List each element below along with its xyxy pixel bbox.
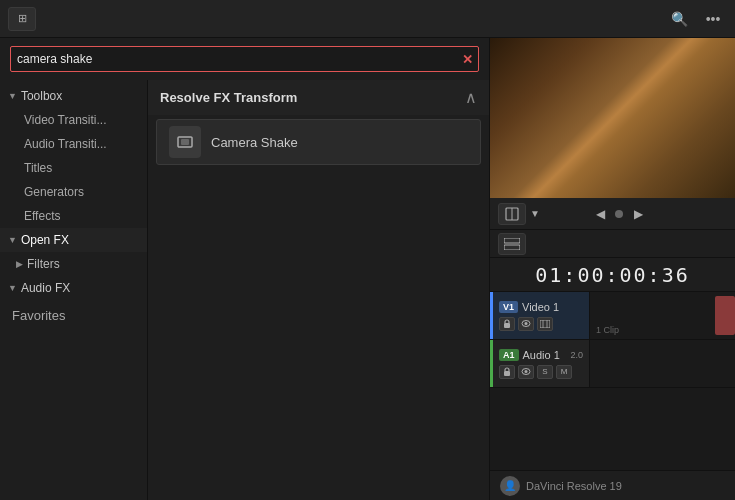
svg-rect-4 <box>504 238 520 243</box>
audio-track-content <box>590 340 735 387</box>
user-avatar: 👤 <box>500 476 520 496</box>
preview-forward-button[interactable]: ▶ <box>627 204 649 224</box>
table-row: V1 Video 1 <box>490 292 735 340</box>
camera-shake-label: Camera Shake <box>211 135 298 150</box>
timecode-bar: 01:00:00:36 <box>490 258 735 292</box>
video-track-name: Video 1 <box>522 301 559 313</box>
timeline-layout-button[interactable] <box>498 233 526 255</box>
preview-layout-button[interactable] <box>498 203 526 225</box>
layout-toggle-button[interactable]: ⊞ <box>8 7 36 31</box>
timeline-area: V1 Video 1 <box>490 292 735 470</box>
search-clear-button[interactable]: ✕ <box>462 52 473 67</box>
search-icon: 🔍 <box>671 11 688 27</box>
preview-back-button[interactable]: ◀ <box>589 204 611 224</box>
video-eye-button[interactable] <box>518 317 534 331</box>
preview-btn-group-left: ▼ <box>498 203 540 225</box>
video-lock-button[interactable] <box>499 317 515 331</box>
sidebar-item-audio-fx[interactable]: ▼ Audio FX <box>0 276 147 300</box>
open-fx-label: Open FX <box>21 233 69 247</box>
fx-section-header: Resolve FX Transform ∧ <box>148 80 489 115</box>
svg-rect-5 <box>504 245 520 250</box>
svg-rect-9 <box>540 320 550 328</box>
preview-layout-row <box>490 230 735 258</box>
audio-track-badge: A1 <box>499 349 519 361</box>
svg-rect-12 <box>504 371 510 376</box>
left-inner: ▼ Toolbox Video Transiti... Audio Transi… <box>0 80 489 500</box>
audio-track-controls: S M <box>499 365 583 379</box>
video-preview-image <box>490 38 735 198</box>
right-panel: ▼ ◀ ▶ 01:00:00:36 <box>490 38 735 500</box>
fx-item-camera-shake[interactable]: Camera Shake <box>156 119 481 165</box>
audio-lock-button[interactable] <box>499 365 515 379</box>
table-row: A1 Audio 1 2.0 S M <box>490 340 735 388</box>
svg-rect-1 <box>181 139 189 145</box>
search-input[interactable] <box>10 46 479 72</box>
sidebar-item-open-fx[interactable]: ▼ Open FX <box>0 228 147 252</box>
video-preview <box>490 38 735 198</box>
video-clip-info: 1 Clip <box>596 325 619 335</box>
audio-track-name: Audio 1 <box>523 349 560 361</box>
top-toolbar: ⊞ 🔍 ••• <box>0 0 735 38</box>
search-bar: ✕ <box>0 38 489 80</box>
svg-point-14 <box>525 370 528 373</box>
open-fx-arrow-icon: ▼ <box>8 235 17 245</box>
video-clip-block[interactable] <box>715 296 735 335</box>
sidebar-nav: ▼ Toolbox Video Transiti... Audio Transi… <box>0 80 148 500</box>
audio-track-header: A1 Audio 1 2.0 S M <box>490 340 590 387</box>
sidebar-item-audio-transitions[interactable]: Audio Transiti... <box>0 132 147 156</box>
dots-icon: ••• <box>706 11 721 27</box>
app-name-text: DaVinci Resolve 19 <box>526 480 622 492</box>
audio-track-level: 2.0 <box>570 350 583 360</box>
preview-position-indicator <box>615 210 623 218</box>
filters-label: Filters <box>27 257 60 271</box>
filters-arrow-icon: ▶ <box>16 259 23 269</box>
audio-track-label-row: A1 Audio 1 2.0 <box>499 349 583 361</box>
search-button[interactable]: 🔍 <box>665 7 693 31</box>
bottom-bar: 👤 DaVinci Resolve 19 <box>490 470 735 500</box>
audio-eye-button[interactable] <box>518 365 534 379</box>
left-panel: ✕ ▼ Toolbox Video Transiti... Audio Tran… <box>0 38 490 500</box>
toolbox-label: Toolbox <box>21 89 62 103</box>
fx-section-title: Resolve FX Transform <box>160 90 297 105</box>
sidebar-item-filters[interactable]: ▶ Filters <box>0 252 147 276</box>
video-clip-button[interactable] <box>537 317 553 331</box>
camera-shake-icon <box>169 126 201 158</box>
search-input-wrap: ✕ <box>10 46 479 72</box>
sidebar-item-video-transitions[interactable]: Video Transiti... <box>0 108 147 132</box>
audio-fx-arrow-icon: ▼ <box>8 283 17 293</box>
main-row: ✕ ▼ Toolbox Video Transiti... Audio Tran… <box>0 38 735 500</box>
video-track-content: 1 Clip <box>590 292 735 339</box>
preview-btn-group-center: ◀ ▶ <box>589 204 649 224</box>
video-track-badge: V1 <box>499 301 518 313</box>
sidebar-item-generators[interactable]: Generators <box>0 180 147 204</box>
toolbar-right: 🔍 ••• <box>665 7 727 31</box>
video-track-header: V1 Video 1 <box>490 292 590 339</box>
toolbox-arrow-icon: ▼ <box>8 91 17 101</box>
sidebar-item-effects[interactable]: Effects <box>0 204 147 228</box>
audio-fx-label: Audio FX <box>21 281 70 295</box>
sidebar-item-toolbox[interactable]: ▼ Toolbox <box>0 84 147 108</box>
timecode-display: 01:00:00:36 <box>535 263 689 287</box>
fx-section-collapse-button[interactable]: ∧ <box>465 88 477 107</box>
sidebar-item-favorites[interactable]: Favorites <box>0 300 147 331</box>
audio-mute-button[interactable]: M <box>556 365 572 379</box>
chevron-down-icon: ▼ <box>530 208 540 219</box>
audio-solo-button[interactable]: S <box>537 365 553 379</box>
layout-icon: ⊞ <box>18 12 27 25</box>
svg-point-8 <box>525 322 528 325</box>
toolbar-left: ⊞ <box>8 7 36 31</box>
fx-content-area: Resolve FX Transform ∧ Camera Shake <box>148 80 489 500</box>
more-options-button[interactable]: ••• <box>699 7 727 31</box>
video-track-label-row: V1 Video 1 <box>499 301 583 313</box>
video-track-controls <box>499 317 583 331</box>
svg-rect-6 <box>504 323 510 328</box>
sidebar-item-titles[interactable]: Titles <box>0 156 147 180</box>
preview-controls: ▼ ◀ ▶ <box>490 198 735 230</box>
